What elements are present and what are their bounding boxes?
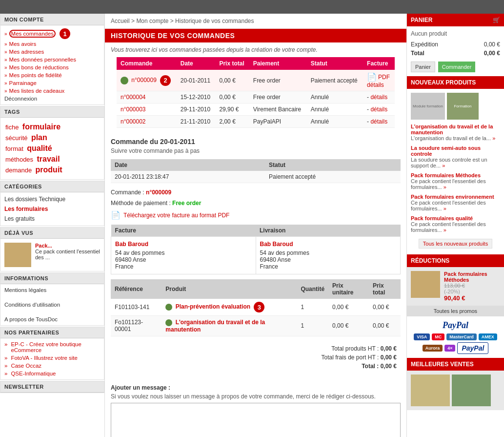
sidebar-item-parrainage[interactable]: » Parrainage — [0, 79, 104, 87]
reduction-original-price: 113,00 € — [444, 283, 500, 289]
partner-caseoccaz[interactable]: Case Occaz — [4, 362, 100, 370]
nouveaux-item-3: Pack formulaires Méthodes Ce pack contie… — [411, 172, 500, 190]
order-payment-3: Virement Bancaire — [249, 104, 307, 116]
mon-compte-title: MON COMPTE — [0, 14, 104, 25]
order-link-2[interactable]: n°000004 — [121, 94, 146, 101]
order-link-1[interactable]: n°000009 — [131, 77, 157, 83]
tag-format[interactable]: format — [5, 145, 23, 152]
nouveaux-prod-title-4: Pack formulaires environnement — [411, 194, 500, 200]
facture-address: Bab Baroud 54 av des pommes 69480 Anse F… — [111, 237, 256, 274]
tags-title: TAGS — [0, 106, 104, 118]
order-icon-1 — [121, 77, 128, 84]
nouveaux-more-4[interactable]: » — [444, 206, 446, 211]
cat-gratuits[interactable]: Les gratuits — [4, 214, 100, 224]
tag-securite[interactable]: sécurité — [5, 134, 28, 142]
reductions-section: RÉDUCTIONS Pack formulaires Méthodes 113… — [407, 254, 504, 316]
right-sidebar: PANIER 🛒 Aucun produit Expédition 0,00 €… — [406, 14, 504, 437]
prod-link-1[interactable]: Plan-prévention évaluation — [176, 303, 250, 310]
all-promos: Toutes les promos — [407, 306, 504, 316]
tag-methodes[interactable]: méthodes — [5, 156, 33, 163]
prod-unit-2: 0,00 € — [328, 316, 369, 336]
methode-value-link[interactable]: Free order — [172, 200, 201, 207]
tag-travail[interactable]: travail — [37, 155, 60, 164]
sidebar-item-avoirs[interactable]: » Mes avoirs — [0, 40, 104, 48]
expedition-row: Expédition 0,00 € — [411, 40, 500, 49]
tag-plan[interactable]: plan — [31, 133, 47, 142]
order-status-4: Annulé — [307, 116, 363, 128]
reduction-info: Pack formulaires Méthodes 113,00 € (-20%… — [444, 271, 500, 302]
paypal-section: PayPal VISA MC MasterCard AMEX Aurora 4×… — [407, 316, 504, 358]
pdf-link-1[interactable]: 📄 PDF — [367, 72, 391, 82]
reduction-new-price: 90,40 € — [444, 294, 500, 302]
nouveaux-prod-desc-5: Ce pack contient l'essentiel des formula… — [411, 221, 500, 233]
deconnexion-link[interactable]: Déconnexion — [4, 96, 100, 102]
deja-vus-box: Pack... Ce pack contient l'essentiel des… — [0, 239, 104, 271]
tag-formulaire[interactable]: formulaire — [22, 123, 60, 131]
panier-button[interactable]: Panier — [411, 62, 435, 72]
details-link-3[interactable]: détails — [370, 106, 387, 113]
cat-formulaires[interactable]: Les formulaires — [4, 204, 100, 214]
newsletter-title: NEWSLETTER — [0, 381, 104, 393]
breadcrumb-accueil[interactable]: Accueil — [111, 18, 130, 24]
nouveaux-more-3[interactable]: » — [444, 184, 446, 190]
nouveaux-more-5[interactable]: » — [444, 227, 446, 233]
order-link-3[interactable]: n°000003 — [121, 106, 146, 113]
pdf-download-link[interactable]: Téléchargez votre facture au format PDF — [123, 212, 229, 219]
details-link-4[interactable]: détails — [370, 118, 387, 125]
partner-fotova[interactable]: FotoVA - Illustrez votre site — [4, 354, 100, 362]
commander-button[interactable]: Commander — [438, 62, 476, 72]
annotation-3: 3 — [254, 302, 264, 312]
details-link-2[interactable]: détails — [370, 94, 387, 101]
nouveaux-prod-title-2: La soudure semi-auto sous controle — [411, 145, 500, 157]
breadcrumb-sep1: > — [131, 18, 136, 24]
deja-vus-title-link[interactable]: Pack... — [35, 243, 52, 249]
sidebar-item-donnees[interactable]: » Mes données personnelles — [0, 56, 104, 63]
mes-commandes-link[interactable]: » Mes commandes 1 — [4, 28, 100, 39]
order-payment-4: PayPalAPI — [249, 116, 307, 128]
partner-qse[interactable]: QSE-Informatique — [4, 370, 100, 377]
details-link-1[interactable]: détails — [367, 82, 384, 88]
expedition-value: 0,00 € — [484, 41, 500, 48]
message-textarea[interactable] — [111, 403, 401, 437]
tag-qualite[interactable]: qualité — [27, 144, 52, 153]
tag-demande[interactable]: demande — [5, 166, 32, 174]
mes-avoirs-link[interactable]: » Mes avoirs — [4, 41, 100, 47]
expedition-label: Expédition — [411, 41, 438, 48]
nouveaux-more-2[interactable]: » — [442, 163, 445, 168]
partner-epc[interactable]: EP-C - Créez votre boutique eCommerce — [4, 340, 100, 354]
nouveaux-prod-title-3: Pack formulaires Méthodes — [411, 172, 500, 178]
tag-fiche[interactable]: fiche — [5, 124, 19, 131]
sidebar-item-adresses[interactable]: » Mes adresses — [0, 48, 104, 56]
mes-listes-link[interactable]: » Mes listes de cadeaux — [4, 88, 100, 94]
sidebar-item-bons[interactable]: » Mes bons de réductions — [0, 63, 104, 71]
prod-link-2[interactable]: L'organisation du travail et de la manut… — [165, 319, 265, 333]
info-apropos[interactable]: A propos de TousDoc — [4, 315, 100, 323]
order-link-4[interactable]: n°000002 — [121, 118, 146, 125]
nouveaux-more-1[interactable]: » — [492, 135, 495, 141]
mes-adresses-link[interactable]: » Mes adresses — [4, 49, 100, 55]
info-mentions[interactable]: Mentions légales — [4, 286, 100, 294]
meilleures-thumb-2 — [452, 375, 491, 406]
sidebar-item-listes[interactable]: » Mes listes de cadeaux — [0, 87, 104, 95]
tag-produit[interactable]: produit — [36, 166, 62, 174]
products-table: Référence Produit Quantité Prix unitaire… — [111, 279, 401, 336]
sidebar-item-deconnexion[interactable]: Déconnexion — [0, 95, 104, 103]
mes-bons-link[interactable]: » Mes bons de réductions — [4, 64, 100, 70]
nouveaux-prod-title-5: Pack formulaires qualité — [411, 215, 500, 221]
all-new-button[interactable]: Tous les nouveaux produits — [419, 239, 492, 249]
nouveaux-title: NOUVEAUX PRODUITS — [407, 76, 504, 89]
prod-name-1: Plan-prévention évaluation 3 — [161, 299, 297, 316]
sidebar-item-mes-commandes[interactable]: » Mes commandes 1 — [0, 27, 104, 40]
info-conditions[interactable]: Conditions d'utilisation — [4, 301, 100, 309]
mes-donnees-link[interactable]: » Mes données personnelles — [4, 57, 100, 62]
all-promos-link[interactable]: Toutes les promos — [434, 308, 477, 314]
mes-points-link[interactable]: » Mes points de fidélité — [4, 72, 100, 78]
order-ref-4: n°000002 — [117, 116, 177, 128]
cat-dossiers[interactable]: Les dossiers Technique — [4, 194, 100, 204]
breadcrumb-mon-compte[interactable]: Mon compte — [136, 18, 168, 24]
prod-total-2: 0,00 € — [369, 316, 401, 336]
order-date-2: 15-12-2010 — [177, 91, 216, 104]
parrainage-link[interactable]: » Parrainage — [4, 80, 100, 86]
sidebar-item-points[interactable]: » Mes points de fidélité — [0, 71, 104, 79]
commande-ref-link[interactable]: n°000009 — [146, 189, 171, 196]
